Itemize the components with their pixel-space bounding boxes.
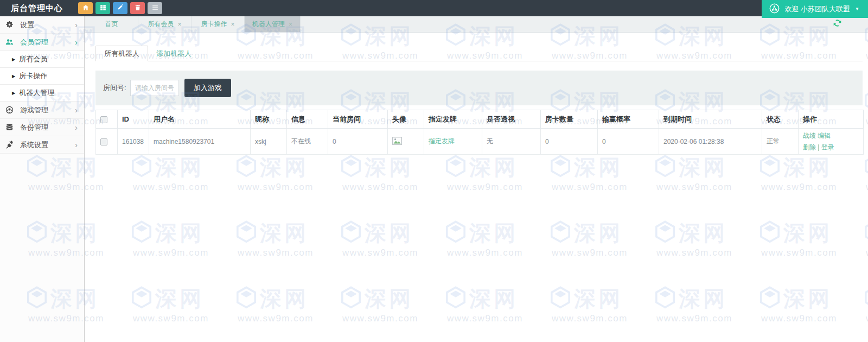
sidebar-item-label: 房卡操作 (19, 71, 47, 81)
header-card-count: 房卡数量 (541, 110, 598, 129)
cell-username: machine1580923701 (149, 129, 251, 155)
chevron-right-icon: › (75, 123, 78, 131)
tab-robot-management[interactable]: 机器人管理 × (245, 16, 301, 32)
assigned-deal-link[interactable]: 指定发牌 (429, 137, 455, 145)
delete-link[interactable]: 删除 (803, 143, 816, 151)
edit-link[interactable]: 编辑 (818, 132, 831, 140)
grid-button[interactable] (95, 2, 110, 14)
header-perspective: 是否透视 (482, 110, 541, 129)
caret-right-icon: ▶ (12, 74, 15, 79)
room-number-input[interactable] (130, 80, 179, 96)
table-header-row: ID 用户名 昵称 信息 当前房间 头像 指定发牌 是否透视 房卡数量 输赢概率… (96, 110, 864, 129)
robots-table: ID 用户名 昵称 信息 当前房间 头像 指定发牌 是否透视 房卡数量 输赢概率… (95, 110, 864, 155)
chevron-right-icon: › (75, 141, 78, 149)
cell-info: 不在线 (287, 129, 328, 155)
chevron-right-icon: › (75, 106, 78, 114)
robot-tabs: 所有机器人 添加机器人 (95, 46, 863, 61)
tab-label: 首页 (105, 20, 118, 29)
table-row: 161038 machine1580923701 xskj 不在线 0 (96, 129, 864, 155)
tab-home[interactable]: 首页 (85, 16, 138, 32)
caret-right-icon: ▶ (12, 91, 15, 96)
grid-icon (100, 3, 106, 13)
cell-current-room: 0 (328, 129, 388, 155)
main-content: 所有机器人 添加机器人 房间号: 加入游戏 ID 用户名 (85, 33, 868, 342)
app-title: 后台管理中心 (11, 3, 63, 14)
database-icon (5, 123, 16, 131)
close-icon[interactable]: × (289, 21, 292, 28)
home-button[interactable] (78, 2, 93, 14)
cell-select (96, 129, 118, 155)
trash-icon (135, 3, 141, 13)
caret-down-icon: ▼ (855, 7, 859, 11)
tab-label: 添加机器人 (156, 49, 192, 58)
room-number-label: 房间号: (103, 83, 126, 93)
cell-card-count: 0 (541, 129, 598, 155)
row-checkbox[interactable] (100, 138, 107, 145)
delete-button[interactable] (130, 2, 145, 14)
topbar: 后台管理中心 (0, 0, 868, 16)
header-nickname: 昵称 (251, 110, 287, 129)
users-icon (5, 38, 16, 46)
chevron-right-icon: › (75, 21, 78, 29)
pencil-icon (117, 3, 124, 13)
sidebar-item-label: 机器人管理 (19, 88, 54, 98)
edit-button[interactable] (113, 2, 127, 14)
list-button[interactable] (148, 2, 162, 14)
sidebar-item-game-management[interactable]: 游戏管理 › (0, 102, 84, 119)
cell-avatar (388, 129, 424, 155)
sidebar-item-room-card-ops[interactable]: ▶ 房卡操作 (0, 68, 84, 85)
plug-icon (5, 141, 16, 149)
cell-id: 161038 (118, 129, 149, 155)
tab-label: 所有会员 (148, 20, 174, 29)
broken-image-icon (392, 139, 402, 147)
header-current-room: 当前房间 (328, 110, 388, 129)
tab-room-card-ops[interactable]: 房卡操作 × (192, 16, 245, 32)
cell-assigned-deal: 指定发牌 (424, 129, 482, 155)
sidebar-item-settings[interactable]: 设置 › (0, 16, 84, 34)
sidebar-item-label: 系统设置 (20, 140, 48, 150)
admin-page: 后台管理中心 欢迎 小苏团队大联盟 ▼ (0, 0, 868, 342)
home-icon (82, 3, 89, 13)
tab-all-members[interactable]: 所有会员 × (138, 16, 192, 32)
tab-add-robot[interactable]: 添加机器人 (148, 46, 200, 61)
header-actions: 操作 (799, 110, 864, 129)
gears-icon (5, 21, 16, 29)
header-select-all (96, 110, 118, 129)
sidebar-item-all-members[interactable]: ▶ 所有会员 (0, 51, 84, 68)
share-node-icon (769, 3, 780, 15)
results-link[interactable]: 战绩 (803, 132, 816, 140)
sidebar-item-label: 所有会员 (19, 54, 47, 64)
header-info: 信息 (287, 110, 328, 129)
cell-status: 正常 (762, 129, 799, 155)
caret-right-icon: ▶ (12, 57, 15, 62)
sidebar-item-system-settings[interactable]: 系统设置 › (0, 136, 84, 154)
soccer-ball-icon (5, 106, 16, 114)
header-expire-time: 到期时间 (659, 110, 762, 129)
refresh-button[interactable] (833, 18, 842, 30)
sidebar-item-label: 会员管理 (20, 37, 48, 47)
tab-label: 房卡操作 (201, 20, 227, 29)
header-status: 状态 (762, 110, 799, 129)
action-separator: | (818, 143, 819, 151)
sidebar-item-robot-management[interactable]: ▶ 机器人管理 (0, 85, 84, 102)
login-link[interactable]: 登录 (821, 143, 834, 151)
cell-expire-time: 2020-02-06 01:28:38 (659, 129, 762, 155)
sidebar-item-members[interactable]: 会员管理 › (0, 34, 84, 51)
welcome-label: 欢迎 小苏团队大联盟 (784, 4, 850, 14)
sidebar-item-backup-management[interactable]: 备份管理 › (0, 119, 84, 136)
welcome-dropdown[interactable]: 欢迎 小苏团队大联盟 ▼ (762, 0, 868, 18)
header-assigned-deal: 指定发牌 (424, 110, 482, 129)
sidebar: 设置 › 会员管理 › ▶ 所有会员 ▶ 房卡操作 ▶ 机器人管理 游戏管理 ›… (0, 16, 85, 342)
refresh-icon (833, 18, 842, 30)
header-id: ID (118, 110, 149, 129)
header-avatar: 头像 (388, 110, 424, 129)
header-username: 用户名 (149, 110, 251, 129)
select-all-checkbox[interactable] (100, 116, 107, 123)
tab-all-robots[interactable]: 所有机器人 (95, 46, 148, 61)
close-icon[interactable]: × (177, 21, 181, 28)
join-game-button[interactable]: 加入游戏 (184, 79, 231, 97)
sidebar-item-label: 设置 (20, 20, 34, 30)
close-icon[interactable]: × (231, 21, 234, 28)
chevron-right-icon: › (75, 38, 78, 46)
sidebar-item-label: 备份管理 (20, 123, 48, 132)
